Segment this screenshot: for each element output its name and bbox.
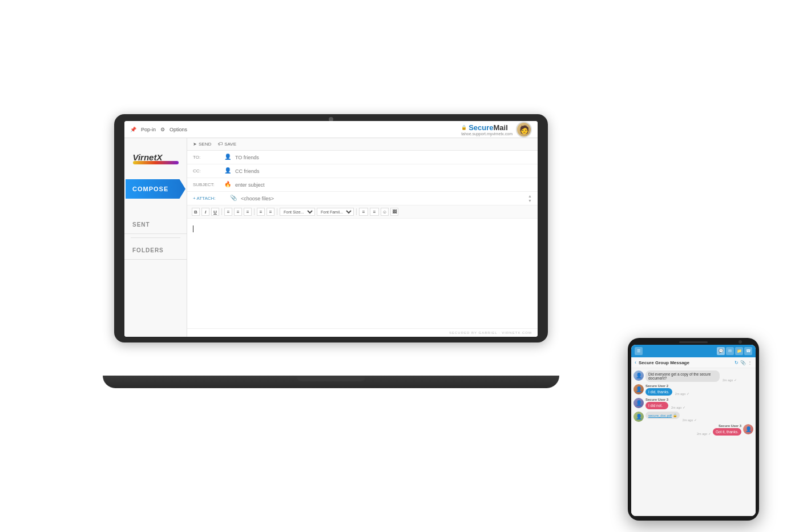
message-row: 👤 Secure User 2 I did, thanks. 2m ago ✓ (633, 384, 753, 396)
email-sidebar: VirnetX COMPOSE SENT FOLDERS (124, 138, 187, 337)
editor-toolbar: B I U ≡ ≡ ≡ ≡ ≡ (187, 205, 538, 219)
to-label: TO: (193, 155, 224, 160)
phone: ☰ 💬 ✉ 📁 ☎ (628, 338, 759, 521)
phone-top-bar: ☰ 💬 ✉ 📁 ☎ (631, 345, 756, 357)
scroll-down-icon: ▼ (528, 199, 532, 203)
scroll-up-icon: ▲ (528, 194, 532, 198)
logo-area: VirnetX (130, 144, 181, 172)
align-right-button[interactable]: ≡ (244, 208, 252, 216)
phone-chat-content: 👤 Did everyone get a copy of the secure … (631, 368, 756, 516)
msg-link[interactable]: secure_doc.pdf (648, 414, 672, 417)
save-button[interactable]: 🏷 SAVE (218, 142, 236, 147)
cc-label: CC: (193, 168, 224, 174)
email-topbar-right: 🔒 SecureMail tahoe.support.myvirnetx.com… (461, 122, 532, 138)
message-row: 👤 Secure User 3 Got it, thanks. 2m ago ✓ (633, 424, 753, 436)
msg-sender-5: Secure User 3 (713, 424, 741, 428)
more-btn-1[interactable]: ≡ (359, 208, 368, 216)
msg-time-3: 2m ago ✓ (671, 406, 685, 409)
send-button[interactable]: ➤ SEND (193, 142, 211, 147)
subject-label: SUBJECT: (193, 182, 224, 187)
message-row: 👤 secure_doc.pdf 🔒 2m ago ✓ (633, 412, 753, 422)
phone-screen: ☰ 💬 ✉ 📁 ☎ (631, 345, 756, 516)
subject-input[interactable] (235, 182, 532, 188)
email-footer: SECURED BY GABRIEL · VIRNETX.COM (187, 328, 538, 337)
font-family-select[interactable]: Font Famil... (317, 208, 354, 216)
to-contact-icon: 👤 (224, 154, 232, 162)
editor-area[interactable] (187, 219, 538, 328)
bold-button[interactable]: B (192, 208, 200, 216)
msg-avatar-3: 👤 (633, 398, 644, 408)
phone-outer: ☰ 💬 ✉ 📁 ☎ (628, 338, 759, 521)
align-center-button[interactable]: ≡ (234, 208, 242, 216)
list-ol-button[interactable]: ≡ (267, 208, 275, 216)
msg-avatar-5: 👤 (743, 424, 753, 434)
to-input[interactable] (235, 155, 532, 160)
toolbar-sep-3 (277, 208, 277, 215)
laptop-notch (297, 376, 365, 381)
sidebar-sent[interactable]: SENT (124, 216, 187, 234)
phone-top-icons: ☰ (635, 347, 643, 355)
phone-tab-folder[interactable]: 📁 (735, 347, 743, 355)
secure-label: Secure (469, 123, 493, 132)
attach-icon: 📎 (230, 195, 238, 203)
phone-camera-dot (739, 340, 742, 344)
secure-mail-title: SecureMail (469, 123, 508, 132)
msg-avatar-2: 👤 (633, 384, 644, 394)
sidebar-folders[interactable]: FOLDERS (124, 241, 187, 260)
msg-bubble-4: secure_doc.pdf 🔒 (645, 412, 680, 419)
msg-text-2: I did, thanks. (648, 390, 669, 394)
cc-contact-icon: 👤 (224, 167, 232, 175)
phone-chat-header: ‹ Secure Group Message ↻ 📎 ⋮ (631, 357, 756, 368)
cc-row: CC: 👤 (187, 164, 538, 178)
pin-icon: 📌 (130, 127, 136, 132)
to-row: TO: 👤 (187, 151, 538, 164)
phone-tab-call[interactable]: ☎ (744, 347, 752, 355)
options-label[interactable]: Options (170, 127, 187, 132)
shield-icon: 🔒 (461, 125, 467, 130)
attach-label[interactable]: + ATTACH: (193, 196, 230, 201)
phone-back-button[interactable]: ‹ (635, 360, 636, 365)
message-row: 👤 Secure User 3 I did not. 2m ago ✓ (633, 398, 753, 409)
underline-button[interactable]: U (211, 208, 219, 216)
laptop: 📌 Pop-in ⚙ Options 🔒 SecureMail (114, 114, 548, 388)
image-button[interactable]: 🖼 (390, 208, 398, 216)
msg-text-5: Got it, thanks. (716, 430, 739, 434)
list-ul-button[interactable]: ≡ (257, 208, 265, 216)
msg-avatar-1: 👤 (633, 370, 644, 381)
attach-input[interactable] (241, 196, 526, 201)
phone-speaker (679, 341, 708, 343)
toolbar-sep-2 (254, 208, 255, 215)
phone-more-icon[interactable]: ⋮ (748, 360, 752, 365)
emoji-button[interactable]: ☺ (381, 208, 389, 216)
msg-bubble-3: I did not. (645, 402, 668, 409)
secure-mail-badge: 🔒 SecureMail tahoe.support.myvirnetx.com (461, 123, 513, 136)
align-left-button[interactable]: ≡ (224, 208, 232, 216)
more-btn-2[interactable]: ≡ (370, 208, 379, 216)
italic-button[interactable]: I (201, 208, 209, 216)
email-topbar-left: 📌 Pop-in ⚙ Options (130, 127, 187, 132)
subject-icon: 🔥 (224, 181, 232, 189)
email-main: VirnetX COMPOSE SENT FOLDERS (124, 138, 538, 337)
compose-form: TO: 👤 CC: 👤 (187, 151, 538, 337)
logo-text: VirnetX (133, 152, 179, 162)
gear-icon: ⚙ (160, 127, 165, 132)
msg-sender-3: Secure User 3 (645, 398, 668, 401)
send-icon: ➤ (193, 142, 197, 147)
email-content: ➤ SEND 🏷 SAVE TO: (187, 138, 538, 337)
phone-refresh-icon[interactable]: ↻ (735, 360, 739, 365)
msg-text-1: Did everyone get a copy of the secure do… (648, 372, 711, 380)
cc-input[interactable] (235, 168, 532, 174)
popin-label[interactable]: Pop-in (141, 127, 156, 132)
msg-bubble-2: I did, thanks. (645, 388, 672, 396)
save-icon: 🏷 (218, 142, 223, 147)
secure-mail-subtitle: tahoe.support.myvirnetx.com (461, 132, 513, 136)
font-size-select[interactable]: Font Size... (280, 208, 315, 216)
phone-menu-icon[interactable]: ☰ (635, 347, 643, 355)
msg-bubble-5: Got it, thanks. (713, 428, 741, 436)
phone-tab-chat[interactable]: 💬 (717, 347, 725, 355)
phone-attach-icon[interactable]: 📎 (740, 360, 746, 365)
phone-tab-mail[interactable]: ✉ (726, 347, 734, 355)
attach-row: + ATTACH: 📎 ▲ ▼ (187, 192, 538, 205)
mail-label: Mail (494, 123, 508, 132)
compose-button[interactable]: COMPOSE (126, 179, 185, 199)
